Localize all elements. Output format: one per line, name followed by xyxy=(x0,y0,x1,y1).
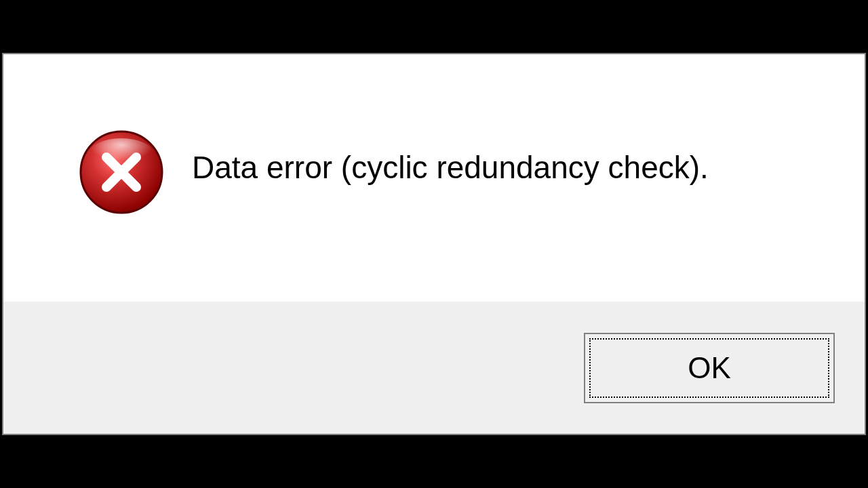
dialog-footer: OK xyxy=(3,302,865,434)
dialog-body: Data error (cyclic redundancy check). xyxy=(3,54,865,302)
error-message: Data error (cyclic redundancy check). xyxy=(192,129,709,186)
ok-button[interactable]: OK xyxy=(584,333,835,403)
ok-button-label: OK xyxy=(688,351,731,385)
error-dialog: Data error (cyclic redundancy check). OK xyxy=(2,53,866,435)
error-icon xyxy=(78,129,165,216)
